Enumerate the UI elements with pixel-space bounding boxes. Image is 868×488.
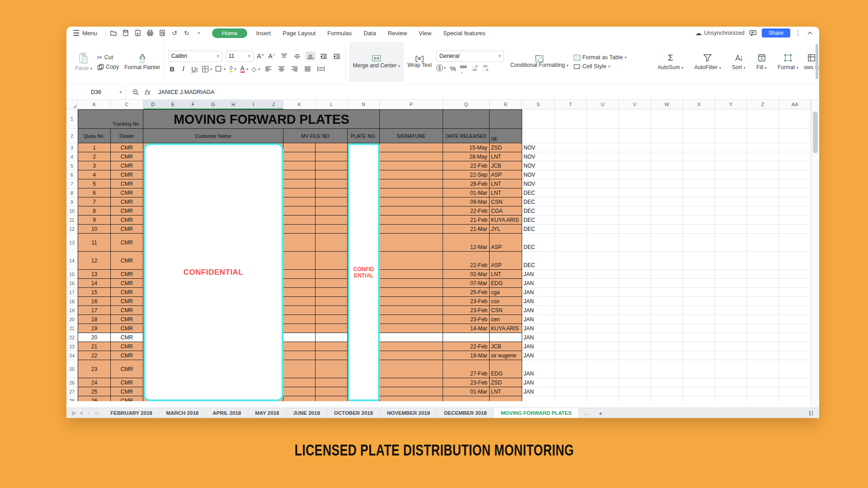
sheet-tab-december-2018[interactable]: DECEMBER 2018 [437, 408, 494, 418]
cell-L13[interactable] [316, 234, 348, 252]
column-header-K[interactable]: K [283, 100, 316, 109]
cell-U24[interactable] [587, 351, 619, 360]
save-icon[interactable] [122, 29, 130, 37]
cell-se-18[interactable]: csn [490, 297, 522, 306]
cell-T2[interactable] [555, 129, 587, 143]
merge-and-center-button[interactable]: Merge and Center ▾ [349, 42, 404, 82]
cell-V22[interactable] [619, 333, 651, 342]
cell-Y19[interactable] [715, 306, 747, 315]
cell-AA22[interactable] [779, 333, 811, 342]
cell-U9[interactable] [587, 197, 619, 206]
cell-month-3[interactable]: NOV [522, 143, 555, 152]
sheet-tab-october-2018[interactable]: OCTOBER 2018 [327, 408, 380, 418]
cell-Z8[interactable] [747, 188, 779, 197]
cell-T18[interactable] [555, 297, 587, 306]
cell-X9[interactable] [683, 197, 715, 206]
redo-icon[interactable]: ↻ [183, 29, 191, 37]
cell-month-18[interactable]: JAN [522, 297, 555, 306]
cell-dealer-18[interactable]: CMR [111, 297, 143, 306]
cell-queue-20[interactable]: 18 [78, 315, 111, 324]
cell-K23[interactable] [283, 342, 316, 351]
cell-T13[interactable] [555, 234, 587, 252]
align-middle-icon[interactable] [292, 52, 302, 61]
cell-Y26[interactable] [715, 378, 747, 387]
cell-Y20[interactable] [715, 315, 747, 324]
cell-L3[interactable] [316, 143, 348, 152]
cell-W16[interactable] [651, 279, 683, 288]
row-header-26[interactable]: 26 [66, 378, 78, 387]
row-header-15[interactable]: 15 [66, 270, 78, 279]
add-sheet-button[interactable]: + [594, 408, 607, 418]
cell-L21[interactable] [316, 324, 348, 333]
cell-date-23[interactable]: 22-Feb [443, 342, 490, 351]
cell-queue-5[interactable]: 3 [78, 161, 111, 170]
cell-W13[interactable] [651, 234, 683, 252]
cell-header-mv-file[interactable]: MV FILE NO [283, 129, 348, 143]
cell-AA1[interactable] [779, 109, 811, 129]
cell-month-7[interactable]: NOV [522, 179, 555, 188]
cell-Y22[interactable] [715, 333, 747, 342]
cell-Y14[interactable] [715, 252, 747, 270]
cell-V27[interactable] [619, 387, 651, 396]
cell-Z28[interactable] [747, 396, 779, 401]
ribbon-tab-data[interactable]: Data [358, 28, 382, 38]
cell-Y7[interactable] [715, 179, 747, 188]
cell-L27[interactable] [316, 387, 348, 396]
cell-Y21[interactable] [715, 324, 747, 333]
sheet-tab-march-2018[interactable]: MARCH 2018 [160, 408, 206, 418]
cell-V8[interactable] [619, 188, 651, 197]
name-box[interactable]: D36 ▾ [66, 85, 126, 99]
row-header-16[interactable]: 16 [66, 279, 78, 288]
autofilter-button[interactable]: AutoFilter ▾ [689, 42, 726, 82]
cell-L9[interactable] [316, 197, 348, 206]
cell-date-19[interactable]: 23-Feb [443, 306, 490, 315]
cell-Z2[interactable] [747, 129, 779, 143]
cell-date-16[interactable]: 07-Mar [443, 279, 490, 288]
name-box-dropdown-icon[interactable]: ▾ [119, 90, 122, 94]
cell-X28[interactable] [683, 396, 715, 401]
cell-L26[interactable] [316, 378, 348, 387]
cell-month-23[interactable]: JAN [522, 342, 555, 351]
cell-signature-23[interactable] [380, 342, 443, 351]
row-header-24[interactable]: 24 [66, 351, 78, 360]
cell-X6[interactable] [683, 170, 715, 179]
ribbon-tab-insert[interactable]: Insert [250, 28, 277, 38]
cell-date-10[interactable]: 22-Feb [443, 206, 490, 216]
cell-month-28[interactable] [522, 396, 555, 401]
cell-U20[interactable] [587, 315, 619, 324]
cell-V19[interactable] [619, 306, 651, 315]
cell-Z15[interactable] [747, 270, 779, 279]
sheet-tab-moving-forward-plates[interactable]: MOVING FORWARD PLATES [494, 408, 579, 418]
sheet-tab-february-2018[interactable]: FEBRUARY 2018 [104, 408, 160, 418]
cell-date-17[interactable]: 25-Feb [443, 288, 490, 297]
share-button[interactable]: Share [762, 28, 790, 38]
copy-button[interactable]: Copy [97, 64, 119, 70]
cell-style-button[interactable]: Cell Style ▾ [574, 63, 627, 70]
cell-AA8[interactable] [779, 188, 811, 197]
cell-R1[interactable] [490, 109, 522, 129]
cell-AA25[interactable] [779, 360, 811, 378]
cell-queue-21[interactable]: 19 [78, 324, 111, 333]
decrease-indent-icon[interactable] [319, 52, 329, 61]
cell-queue-22[interactable]: 20 [78, 333, 111, 342]
cell-L15[interactable] [316, 270, 348, 279]
cell-AA14[interactable] [779, 252, 811, 270]
cell-U27[interactable] [587, 387, 619, 396]
cell-AA3[interactable] [779, 143, 811, 152]
cell-L12[interactable] [316, 225, 348, 234]
increase-indent-icon[interactable] [332, 52, 342, 61]
cell-U23[interactable] [587, 342, 619, 351]
insert-function-icon[interactable]: fx [144, 89, 150, 96]
cell-dealer-6[interactable]: CMR [111, 170, 143, 179]
cell-K26[interactable] [283, 378, 316, 387]
cell-dealer-28[interactable]: CMR [111, 396, 143, 401]
cell-Z10[interactable] [747, 206, 779, 216]
cell-V20[interactable] [619, 315, 651, 324]
cell-Y1[interactable] [715, 109, 747, 129]
clear-format-icon[interactable]: ◇ ▾ [251, 65, 260, 74]
column-header-D[interactable]: D [143, 100, 163, 109]
row-header-11[interactable]: 11 [66, 216, 78, 225]
toolbar-scrollbar[interactable] [816, 44, 818, 79]
cell-month-24[interactable]: JAN [522, 351, 555, 360]
cell-se-9[interactable]: CSN [490, 197, 522, 206]
